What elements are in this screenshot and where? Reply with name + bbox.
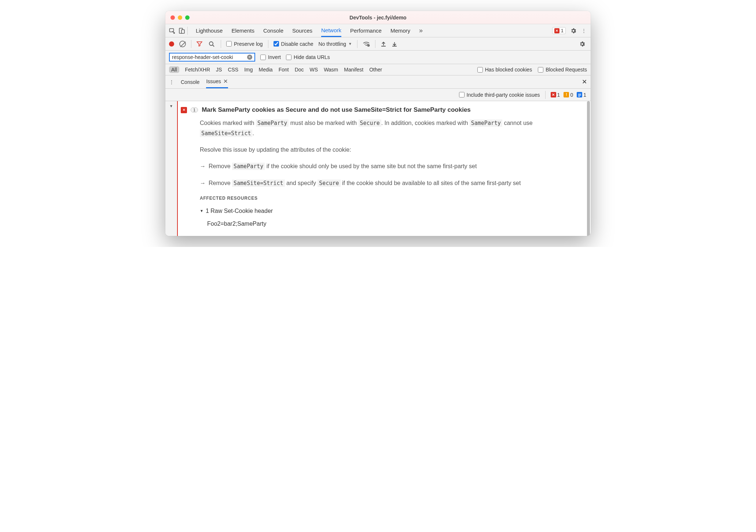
search-icon[interactable] [208, 40, 216, 48]
svg-rect-5 [578, 94, 581, 95]
info-count-item[interactable]: 1 [577, 92, 586, 98]
has-blocked-cookies-input[interactable] [477, 67, 483, 73]
type-ws[interactable]: WS [310, 67, 318, 73]
type-css[interactable]: CSS [228, 67, 238, 73]
expand-triangle-icon[interactable]: ▼ [169, 104, 173, 108]
tab-performance[interactable]: Performance [350, 24, 382, 37]
arrow-icon: → [200, 161, 206, 171]
import-har-icon[interactable] [381, 41, 386, 47]
expand-triangle-icon[interactable]: ▼ [200, 208, 203, 214]
type-wasm[interactable]: Wasm [324, 67, 338, 73]
disable-cache-input[interactable] [274, 41, 279, 47]
svg-rect-0 [170, 29, 174, 32]
network-conditions-icon[interactable] [363, 41, 370, 47]
clear-filter-icon[interactable]: ✕ [247, 55, 252, 60]
filter-input[interactable]: response-header-set-cooki ✕ [169, 53, 255, 62]
tab-sources[interactable]: Sources [292, 24, 312, 37]
arrow-icon: → [200, 178, 206, 188]
blocked-requests-checkbox[interactable]: Blocked Requests [538, 67, 587, 73]
warning-square-icon: ! [564, 92, 569, 97]
blocked-requests-input[interactable] [538, 67, 543, 73]
filter-toggle-icon[interactable] [197, 41, 202, 47]
export-har-icon[interactable] [392, 41, 397, 47]
svg-rect-6 [578, 95, 581, 96]
type-js[interactable]: JS [216, 67, 222, 73]
type-other[interactable]: Other [369, 67, 382, 73]
type-doc[interactable]: Doc [295, 67, 304, 73]
drawer-close-icon[interactable]: ✕ [582, 78, 587, 86]
include-third-party-input[interactable] [459, 92, 465, 97]
text: . In addition, cookies marked with [381, 120, 470, 126]
include-third-party-checkbox[interactable]: Include third-party cookie issues [459, 92, 540, 98]
drawer-tab-issues-label: Issues [206, 78, 221, 84]
affected-resource-value: Foo2=bar2;SameParty [200, 219, 584, 229]
main-menu-kebab-icon[interactable]: ⋮ [580, 28, 588, 33]
record-button[interactable] [169, 41, 174, 47]
issue-header[interactable]: ✕ 1 Mark SameParty cookies as Secure and… [178, 105, 584, 118]
main-tabs: Lighthouse Elements Console Sources Netw… [196, 24, 551, 37]
issue-title: Mark SameParty cookies as Secure and do … [202, 106, 471, 114]
affected-resource-header: 1 Raw Set-Cookie header [206, 206, 273, 216]
affected-resources-label: AFFECTED RESOURCES [200, 195, 584, 202]
device-toggle-icon[interactable] [178, 27, 186, 35]
svg-rect-7 [578, 96, 580, 97]
type-fetch-xhr[interactable]: Fetch/XHR [185, 67, 210, 73]
clear-button[interactable] [179, 41, 186, 47]
throttling-select[interactable]: No throttling ▼ [319, 41, 352, 47]
warning-count-item[interactable]: ! 0 [564, 92, 573, 98]
text: and specify [285, 180, 318, 186]
filter-value: response-header-set-cooki [172, 54, 233, 60]
warning-count-value: 0 [570, 92, 573, 98]
text: must also be marked with [289, 120, 358, 126]
divider [191, 40, 191, 48]
inspect-element-icon[interactable] [168, 27, 176, 35]
error-square-icon: ✕ [551, 92, 556, 97]
window-title: DevTools - jec.fyi/demo [165, 15, 591, 21]
tab-memory[interactable]: Memory [390, 24, 410, 37]
drawer-menu-kebab-icon[interactable]: ⋮ [169, 79, 174, 85]
issue-count-pill: 1 [191, 107, 198, 112]
divider [375, 40, 375, 48]
dropdown-triangle-icon: ▼ [348, 42, 352, 46]
more-tabs-chevron-icon[interactable]: » [419, 27, 423, 34]
hide-data-urls-input[interactable] [286, 55, 291, 60]
info-square-icon [577, 92, 582, 97]
tab-elements[interactable]: Elements [231, 24, 254, 37]
titlebar: DevTools - jec.fyi/demo [165, 11, 591, 24]
hide-data-urls-checkbox[interactable]: Hide data URLs [286, 54, 330, 60]
divider [357, 40, 357, 48]
type-font[interactable]: Font [279, 67, 289, 73]
type-all[interactable]: All [169, 66, 179, 73]
has-blocked-cookies-checkbox[interactable]: Has blocked cookies [477, 67, 532, 73]
preserve-log-input[interactable] [226, 41, 232, 47]
tab-lighthouse[interactable]: Lighthouse [196, 24, 223, 37]
error-count-item[interactable]: ✕ 1 [551, 92, 560, 98]
invert-label: Invert [268, 54, 281, 60]
drawer-tab-issues[interactable]: Issues ✕ [206, 75, 228, 88]
disable-cache-checkbox[interactable]: Disable cache [274, 41, 313, 47]
scrollbar[interactable] [587, 101, 590, 236]
network-toolbar: Preserve log Disable cache No throttling… [165, 37, 591, 51]
text: Remove SameSite=Strict and specify Secur… [209, 178, 521, 188]
text: cannot use [502, 120, 533, 126]
error-count: 1 [561, 28, 564, 33]
type-media[interactable]: Media [259, 67, 273, 73]
issue-paragraph-1: Cookies marked with SameParty must also … [200, 118, 584, 138]
issue-error-icon: ✕ [181, 107, 187, 113]
affected-resource-row[interactable]: ▼ 1 Raw Set-Cookie header [200, 206, 584, 216]
invert-input[interactable] [260, 55, 266, 60]
type-manifest[interactable]: Manifest [344, 67, 363, 73]
close-tab-icon[interactable]: ✕ [223, 78, 228, 85]
drawer-tab-console[interactable]: Console [181, 75, 199, 88]
error-count-badge[interactable]: ✕ 1 [552, 27, 566, 34]
code: SameParty [470, 119, 502, 127]
info-count-value: 1 [583, 92, 586, 98]
type-img[interactable]: Img [244, 67, 253, 73]
text: Remove SameParty if the cookie should on… [209, 161, 477, 171]
network-settings-gear-icon[interactable] [579, 41, 587, 47]
tab-console[interactable]: Console [263, 24, 283, 37]
tab-network[interactable]: Network [321, 24, 341, 37]
invert-checkbox[interactable]: Invert [260, 54, 281, 60]
preserve-log-checkbox[interactable]: Preserve log [226, 41, 263, 47]
settings-gear-icon[interactable] [570, 27, 578, 34]
